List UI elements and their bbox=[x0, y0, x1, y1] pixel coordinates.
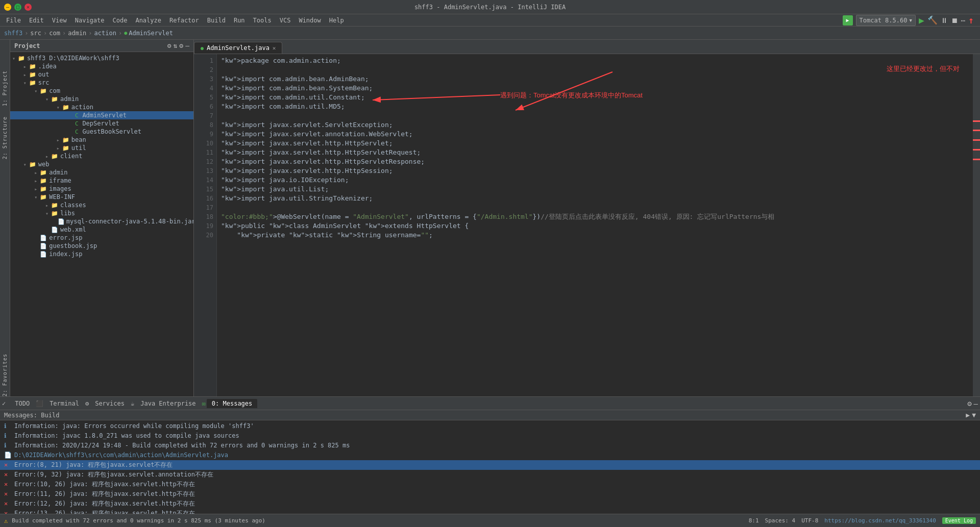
tree-item-web-admin[interactable]: ▸ 📁 admin bbox=[10, 168, 193, 177]
tree-item-icon: 📁 bbox=[29, 71, 37, 78]
close-button[interactable]: ✕ bbox=[24, 4, 32, 11]
breadcrumb-shff3[interactable]: shff3 bbox=[4, 30, 22, 37]
breadcrumb-src[interactable]: src bbox=[30, 30, 41, 37]
tab-services[interactable]: Services bbox=[90, 399, 130, 408]
debug-button[interactable]: ⏸ bbox=[941, 16, 948, 24]
minimize-button[interactable]: — bbox=[4, 4, 11, 11]
minimize-bottom-icon[interactable]: — bbox=[974, 399, 978, 408]
menu-view[interactable]: View bbox=[48, 16, 71, 25]
tree-item-idea[interactable]: ▸ 📁 .idea bbox=[10, 62, 193, 70]
tree-item-guestbook.jsp[interactable]: 📄 guestbook.jsp bbox=[10, 242, 193, 250]
build-collapse-icon[interactable]: ▼ bbox=[972, 411, 976, 419]
code-content[interactable]: "kw">package com.admin.action; "kw">impo… bbox=[217, 54, 973, 396]
tree-item-name: libs bbox=[60, 210, 75, 217]
settings-gear-icon[interactable]: ⚙ bbox=[967, 399, 971, 408]
tree-item-iframe[interactable]: ▸ 📁 iframe bbox=[10, 177, 193, 185]
breadcrumb-admin[interactable]: admin bbox=[68, 30, 86, 37]
more-button[interactable]: ⋯ bbox=[961, 16, 965, 24]
java-class-icon: ● bbox=[124, 30, 127, 36]
tab-adminservlet[interactable]: ● AdminServlet.java ✕ bbox=[194, 42, 282, 54]
menu-analyze[interactable]: Analyze bbox=[131, 16, 165, 25]
tab-todo[interactable]: TODO bbox=[10, 399, 35, 408]
tree-item-DepServlet[interactable]: C DepServlet bbox=[10, 119, 193, 128]
sort-icon[interactable]: ⇅ bbox=[174, 42, 178, 49]
menu-edit[interactable]: Edit bbox=[25, 16, 48, 25]
menu-window[interactable]: Window bbox=[295, 16, 325, 25]
tree-item-index.jsp[interactable]: 📄 index.jsp bbox=[10, 250, 193, 258]
menu-refactor[interactable]: Refactor bbox=[165, 16, 203, 25]
tree-item-action[interactable]: ▾ 📁 action bbox=[10, 103, 193, 111]
tab-terminal[interactable]: Terminal bbox=[44, 399, 84, 408]
tab-close-icon[interactable]: ✕ bbox=[273, 45, 276, 52]
menu-vcs[interactable]: VCS bbox=[276, 16, 295, 25]
event-log-badge[interactable]: Event Log bbox=[942, 517, 976, 524]
tree-item-util[interactable]: ▸ 📁 util bbox=[10, 144, 193, 152]
tree-item-shff3[interactable]: ▾ 📁 shff3 D:\02IDEAWork\shff3 bbox=[10, 54, 193, 62]
message-row-0[interactable]: ℹInformation: java: Errors occurred whil… bbox=[0, 421, 980, 431]
status-url[interactable]: https://blog.csdn.net/qq_33361340 bbox=[824, 517, 936, 524]
menu-build[interactable]: Build bbox=[203, 16, 230, 25]
tab-java-enterprise[interactable]: Java Enterprise bbox=[135, 399, 201, 408]
tree-item-libs[interactable]: ▾ 📁 libs bbox=[10, 209, 193, 217]
tree-item-mysql-connector[interactable]: 📄 mysql-connector-java-5.1.48-bin.jar bbox=[10, 217, 193, 225]
tree-item-com[interactable]: ▾ 📁 com bbox=[10, 87, 193, 95]
settings-icon[interactable]: ⚙ bbox=[167, 42, 172, 49]
menu-help[interactable]: Help bbox=[325, 16, 348, 25]
menu-navigate[interactable]: Navigate bbox=[71, 16, 109, 25]
tree-item-AdminServlet[interactable]: C AdminServlet bbox=[10, 111, 193, 119]
tree-item-out[interactable]: ▸ 📁 out bbox=[10, 70, 193, 79]
message-row-5[interactable]: ✕Error:(9, 32) java: 程序包javax.servlet.an… bbox=[0, 470, 980, 480]
menu-tools[interactable]: Tools bbox=[249, 16, 276, 25]
minimize-panel-icon[interactable]: — bbox=[185, 42, 189, 49]
message-row-1[interactable]: ℹInformation: javac 1.8.0_271 was used t… bbox=[0, 431, 980, 441]
stop-button[interactable]: ⏹ bbox=[951, 16, 958, 24]
menu-run[interactable]: Run bbox=[230, 16, 249, 25]
msg-text: Information: java: Errors occurred while… bbox=[14, 422, 254, 431]
build-button[interactable]: 🔨 bbox=[927, 15, 938, 25]
breadcrumb-adminservlet[interactable]: ● AdminServlet bbox=[124, 30, 173, 37]
tree-item-images[interactable]: ▸ 📁 images bbox=[10, 185, 193, 193]
breadcrumb-com[interactable]: com bbox=[49, 30, 60, 37]
tree-item-WEB-INF[interactable]: ▾ 📁 WEB-INF bbox=[10, 193, 193, 201]
message-row-4[interactable]: ✕Error:(8, 21) java: 程序包javax.servlet不存在 bbox=[0, 460, 980, 470]
run-arrow-btn[interactable]: ▶ bbox=[843, 15, 853, 26]
tree-item-web[interactable]: ▾ 📁 web bbox=[10, 160, 193, 168]
menu-file[interactable]: File bbox=[2, 16, 25, 25]
build-expand-icon[interactable]: ▶ bbox=[966, 411, 970, 419]
indent bbox=[10, 202, 43, 209]
todo-icon: ✓ bbox=[2, 400, 6, 407]
tree-arrow: ▾ bbox=[32, 194, 39, 200]
tree-item-bean[interactable]: ▸ 📁 bean bbox=[10, 136, 193, 144]
maximize-button[interactable]: □ bbox=[14, 4, 21, 11]
message-row-3[interactable]: 📄D:\02IDEAWork\shff3\src\com\admin\actio… bbox=[0, 450, 980, 460]
indent bbox=[10, 226, 43, 233]
message-row-2[interactable]: ℹInformation: 2020/12/24 19:48 - Build c… bbox=[0, 441, 980, 450]
message-row-8[interactable]: ✕Error:(12, 26) java: 程序包javax.servlet.h… bbox=[0, 499, 980, 509]
tree-item-admin[interactable]: ▾ 📁 admin bbox=[10, 95, 193, 103]
code-editor[interactable]: 1234567891011121314151617181920 "kw">pac… bbox=[194, 54, 980, 396]
info-icon: ℹ bbox=[4, 422, 12, 431]
structure-label[interactable]: 2: Structure bbox=[2, 116, 8, 159]
project-label[interactable]: 1: Project bbox=[2, 70, 8, 106]
tomcat-selector[interactable]: Tomcat 8.5.60 ▼ bbox=[856, 15, 916, 26]
msg-text: Information: javac 1.8.0_271 was used to… bbox=[14, 432, 239, 440]
tree-item-web.xml[interactable]: 📄 web.xml bbox=[10, 225, 193, 234]
line-number-2: 2 bbox=[194, 65, 213, 74]
tree-item-GuestBookServlet[interactable]: C GuestBookServlet bbox=[10, 128, 193, 136]
tab-messages[interactable]: 0: Messages bbox=[207, 399, 257, 408]
tree-item-src[interactable]: ▾ 📁 src bbox=[10, 79, 193, 87]
tree-item-classes[interactable]: ▸ 📁 classes bbox=[10, 201, 193, 209]
message-row-9[interactable]: ✕Error:(13, 26) java: 程序包javax.servlet.h… bbox=[0, 509, 980, 514]
message-row-7[interactable]: ✕Error:(11, 26) java: 程序包javax.servlet.h… bbox=[0, 489, 980, 499]
menu-code[interactable]: Code bbox=[109, 16, 132, 25]
favorites-label[interactable]: 2: Favorites bbox=[2, 354, 8, 396]
tree-item-client[interactable]: ▸ 📁 client bbox=[10, 152, 193, 160]
breadcrumb-action[interactable]: action bbox=[94, 30, 116, 37]
java-enterprise-icon: ☕ bbox=[131, 400, 134, 407]
msg-text: Error:(11, 26) java: 程序包javax.servlet.ht… bbox=[14, 490, 195, 498]
run-button[interactable]: ▶ bbox=[919, 15, 924, 26]
message-row-6[interactable]: ✕Error:(10, 26) java: 程序包javax.servlet.h… bbox=[0, 480, 980, 489]
gear-icon[interactable]: ⚙ bbox=[179, 42, 183, 49]
tree-item-icon: 📄 bbox=[58, 218, 65, 225]
tree-item-error.jsp[interactable]: 📄 error.jsp bbox=[10, 234, 193, 242]
